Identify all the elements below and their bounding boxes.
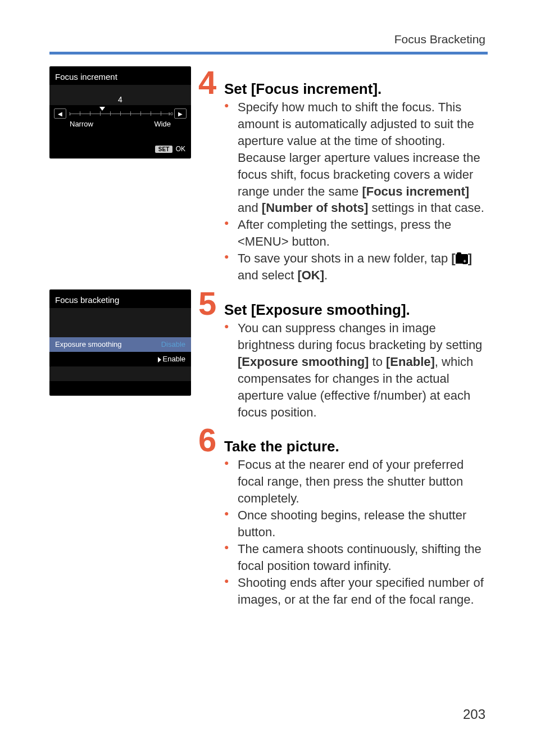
step-6-title: Take the picture. (224, 438, 339, 455)
step-5: Focus bracketing Exposure smoothing Disa… (49, 287, 488, 420)
step6-bullet-4: Shooting ends after your specified numbe… (224, 574, 488, 608)
increment-value: 4 (49, 93, 191, 105)
step-number-6: 6 (198, 424, 222, 456)
step6-bullet-2: Once shooting begins, release the shutte… (224, 507, 488, 541)
divider (49, 52, 488, 55)
cam-title: Focus increment (49, 66, 191, 85)
step6-bullet-1: Focus at the nearer end of your preferre… (224, 456, 488, 507)
step-number-4: 4 (198, 66, 222, 99)
left-arrow-icon: ◀ (54, 108, 66, 119)
step-4-title: Set [Focus increment]. (224, 80, 381, 98)
new-folder-icon (456, 254, 468, 264)
section-header: Focus Bracketing (394, 33, 485, 46)
content: Focus increment 4 ◀ 1 (49, 66, 488, 612)
step-4: Focus increment 4 ◀ 1 (49, 66, 488, 284)
step-6: 6 Take the picture. Focus at the nearer … (49, 424, 488, 608)
step4-bullet-1: Specify how much to shift the focus. Thi… (224, 99, 488, 216)
right-arrow-icon: ▶ (174, 108, 187, 119)
step-number-5: 5 (198, 287, 222, 320)
narrow-label: Narrow (70, 120, 93, 128)
enable-value: Enable (158, 355, 185, 363)
page-number: 203 (463, 707, 485, 722)
disable-value: Disable (161, 340, 185, 348)
step-5-title: Set [Exposure smoothing]. (224, 301, 410, 319)
set-badge: SET (155, 146, 172, 153)
slider-pointer-icon (99, 107, 105, 111)
screenshot-exposure-smoothing: Focus bracketing Exposure smoothing Disa… (49, 289, 191, 396)
ok-label: OK (176, 145, 185, 153)
step4-bullet-2: After completing the settings, press the… (224, 216, 488, 250)
wide-label: Wide (154, 120, 171, 128)
screenshot-focus-increment: Focus increment 4 ◀ 1 (49, 66, 191, 159)
exposure-smoothing-label: Exposure smoothing (55, 340, 161, 348)
step4-bullet-3: To save your shots in a new folder, tap … (224, 250, 488, 284)
triangle-right-icon (158, 357, 161, 363)
step5-bullet-1: You can suppress changes in image bright… (224, 320, 488, 420)
menu-glyph: MENU (245, 234, 281, 248)
step6-bullet-3: The camera shoots continuously, shifting… (224, 541, 488, 574)
cam-title: Focus bracketing (49, 289, 191, 308)
